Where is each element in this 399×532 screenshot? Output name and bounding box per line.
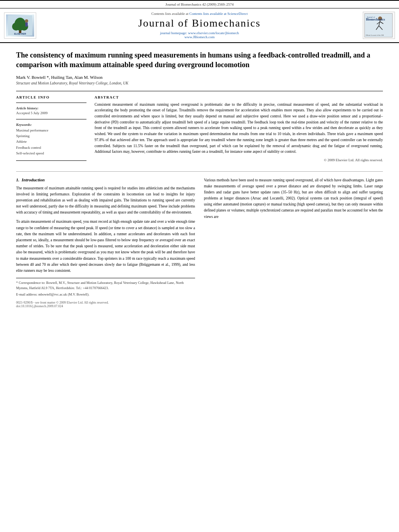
contents-available-line: Contents lists available at Contents lis…	[40, 12, 359, 16]
svg-point-3	[12, 23, 20, 31]
keywords-key: Keywords:	[16, 123, 86, 127]
keyword-4: Feedback control	[16, 145, 86, 150]
article-body: The consistency of maximum running speed…	[0, 43, 399, 315]
elsevier-logo: ELSEVIER	[4, 12, 36, 39]
keywords-section: Keywords: Maximal performance Sprinting …	[16, 123, 86, 156]
svg-text:Official Journal of the ISB: Official Journal of the ISB	[366, 34, 384, 36]
footnote-2: E-mail address: mbowtell@rvc.ac.uk (M.V.…	[16, 292, 195, 297]
article-info-column: Article Info Article history: Accepted 5…	[16, 95, 86, 164]
keyword-2: Sprinting	[16, 133, 86, 139]
sciencedirect-link[interactable]: Contents lists available at ScienceDirec…	[189, 12, 248, 16]
svg-text:ELSEVIER: ELSEVIER	[14, 33, 26, 35]
journal-title-text: Journal of Biomechanics	[40, 17, 359, 29]
issn-line: 0021-9290/$ - see front matter © 2009 El…	[16, 301, 195, 308]
divider-article-info	[16, 103, 86, 103]
header-center: Contents lists available at Contents lis…	[40, 12, 359, 39]
divider-top	[16, 91, 383, 91]
journal-citation: Journal of Biomechanics 42 (2009) 2569–2…	[165, 2, 234, 6]
journal-homepage: journal homepage: www.elsevier.com/locat…	[40, 31, 359, 39]
biomechanics-logo: Journal of Biomechanics Official Journal…	[363, 12, 395, 39]
section1-heading: 1. Introduction	[16, 177, 195, 182]
body-para-1: The measurement of maximum attainable ru…	[16, 185, 195, 216]
body-section: 1. Introduction The measurement of maxim…	[16, 171, 383, 308]
article-info-abstract-row: Article Info Article history: Accepted 5…	[16, 95, 383, 164]
main-header: ELSEVIER Contents lists available at Con…	[0, 8, 399, 43]
article-title: The consistency of maximum running speed…	[16, 50, 383, 70]
body-col-right: Various methods have been used to measur…	[204, 177, 383, 308]
divider-bottom-left	[16, 160, 86, 161]
footnote-area: * Correspondence to: Bowtell, M.V., Stru…	[16, 278, 195, 297]
abstract-label: Abstract	[95, 95, 383, 99]
body-two-col: 1. Introduction The measurement of maxim…	[16, 177, 383, 308]
accepted-date: Accepted 5 July 2009	[16, 111, 86, 115]
authors: Mark V. Bowtell *, Huiling Tan, Alan M. …	[16, 75, 383, 80]
svg-text:Biomechanics: Biomechanics	[366, 18, 385, 21]
affiliation: Structure and Motion Laboratory, Royal V…	[16, 81, 383, 85]
abstract-text: Consistent measurement of maximum runnin…	[95, 102, 383, 155]
keyword-1: Maximal performance	[16, 127, 86, 133]
article-history: Article history: Accepted 5 July 2009	[16, 106, 86, 115]
article-info-label: Article Info	[16, 95, 86, 99]
keywords-list: Maximal performance Sprinting Athlete Fe…	[16, 127, 86, 156]
svg-point-5	[25, 19, 28, 23]
abstract-column: Abstract Consistent measurement of maxim…	[95, 95, 383, 164]
keyword-5: Self-selected speed	[16, 150, 86, 156]
footnote-1: * Correspondence to: Bowtell, M.V., Stru…	[16, 280, 195, 291]
history-key: Article history:	[16, 106, 86, 110]
keyword-3: Athlete	[16, 139, 86, 144]
author-names: Mark V. Bowtell *, Huiling Tan, Alan M. …	[16, 75, 103, 80]
svg-rect-6	[25, 23, 28, 27]
divider-keywords	[16, 119, 86, 119]
body-col-left: 1. Introduction The measurement of maxim…	[16, 177, 195, 308]
body-para-3: Various methods have been used to measur…	[204, 177, 383, 220]
copyright-line: © 2009 Elsevier Ltd. All rights reserved…	[95, 158, 383, 162]
journal-header: Journal of Biomechanics 42 (2009) 2569–2…	[0, 0, 399, 8]
homepage-url1[interactable]: www.elsevier.com/locate/jbiomech	[188, 31, 239, 35]
body-para-2: To attain measurement of maximum speed, …	[16, 219, 195, 274]
homepage-url2[interactable]: www.JBiomech.com	[185, 35, 215, 39]
